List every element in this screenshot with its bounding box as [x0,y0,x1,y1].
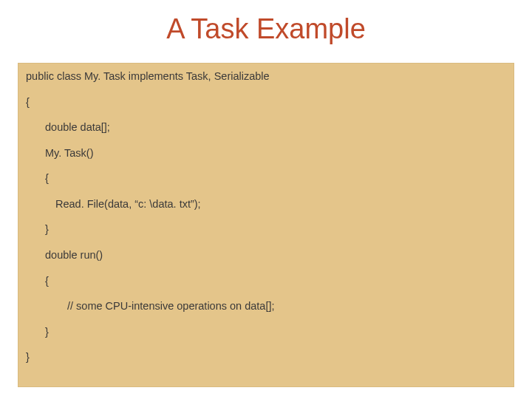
code-line: } [26,222,506,237]
code-line: } [26,325,506,340]
code-line: } [26,350,506,365]
code-block: public class My. Task implements Task, S… [18,63,514,387]
code-line: public class My. Task implements Task, S… [26,69,506,84]
code-line: Read. File(data, “c: \data. txt”); [26,197,506,212]
code-line: My. Task() [26,146,506,161]
page-title: A Task Example [0,13,532,45]
slide: A Task Example public class My. Task imp… [0,0,532,399]
code-line: // some CPU-intensive operations on data… [26,299,506,314]
code-line: double data[]; [26,120,506,135]
code-line: { [26,95,506,110]
code-line: { [26,171,506,186]
code-line: double run() [26,248,506,263]
code-line: { [26,274,506,289]
